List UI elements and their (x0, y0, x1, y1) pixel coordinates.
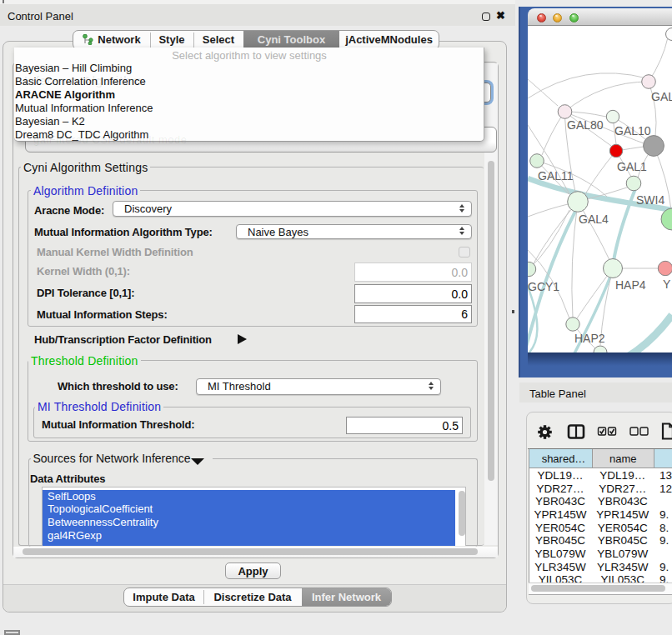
svg-text:GAL10: GAL10 (614, 124, 651, 138)
svg-text:GAL11: GAL11 (538, 169, 574, 182)
svg-text:Y: Y (663, 278, 671, 291)
svg-text:GCY1: GCY1 (528, 280, 559, 293)
svg-text:HAP2: HAP2 (574, 332, 605, 345)
svg-text:GAL80: GAL80 (567, 118, 604, 132)
svg-text:GAL4: GAL4 (579, 212, 609, 226)
svg-text:GAL1: GAL1 (617, 160, 647, 173)
svg-text:GAL2: GAL2 (651, 90, 672, 103)
svg-text:HAP4: HAP4 (615, 278, 646, 292)
svg-text:SWI4: SWI4 (636, 193, 664, 207)
